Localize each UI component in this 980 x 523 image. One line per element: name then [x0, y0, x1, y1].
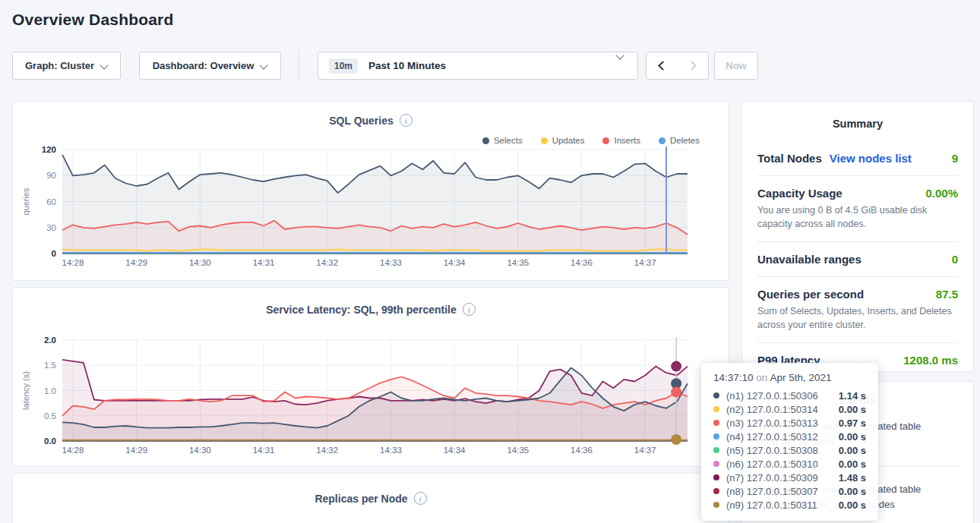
summary-value: 87.5	[936, 288, 958, 301]
node-address: (n7) 127.0.0.1:50309	[726, 472, 818, 484]
previous-range-button[interactable]	[646, 52, 678, 80]
chart-title: Replicas per Node	[315, 493, 407, 505]
info-icon[interactable]: i	[414, 492, 427, 505]
svg-text:14:34: 14:34	[444, 258, 466, 267]
tooltip-row: (n2) 127.0.0.1:503140.00 s	[713, 402, 866, 416]
svg-text:0.5: 0.5	[44, 411, 56, 421]
info-icon[interactable]: i	[463, 303, 476, 316]
legend-dot	[602, 137, 609, 144]
tooltip-row: (n3) 127.0.0.1:503130.97 s	[713, 416, 866, 430]
summary-panel: Summary Total Nodes View nodes list 9 Ca…	[741, 101, 974, 372]
sql-queries-chart[interactable]: 14:2814:2914:3014:3114:3214:3314:3414:35…	[14, 145, 729, 277]
service-latency-card: Service Latency: SQL, 99th percentile i …	[12, 287, 729, 467]
node-address: (n5) 127.0.0.1:50308	[726, 445, 818, 456]
node-latency: 0.00 s	[839, 404, 866, 415]
summary-value: 0.00%	[925, 187, 958, 200]
svg-text:14:33: 14:33	[380, 446, 402, 455]
svg-text:14:28: 14:28	[62, 258, 84, 267]
node-address: (n8) 127.0.0.1:50307	[726, 486, 818, 497]
svg-text:14:30: 14:30	[189, 446, 211, 455]
tooltip-row: (n7) 127.0.0.1:503091.48 s	[713, 471, 866, 484]
replicas-per-node-card: Replicas per Node i	[12, 473, 729, 523]
legend-label: Deletes	[670, 136, 700, 145]
series-dot	[713, 461, 719, 467]
summary-title: Summary	[742, 118, 973, 130]
legend-item-updates[interactable]: Updates	[541, 136, 585, 145]
tooltip-row: (n6) 127.0.0.1:503100.00 s	[713, 457, 866, 471]
svg-text:1.0: 1.0	[44, 386, 56, 395]
series-dot	[713, 406, 719, 412]
svg-text:30: 30	[46, 223, 56, 232]
node-address: (n9) 127.0.0.1:50311	[726, 499, 817, 511]
next-range-button[interactable]	[677, 52, 709, 80]
svg-text:60: 60	[46, 197, 56, 206]
chevron-left-icon	[658, 61, 668, 71]
svg-text:14:31: 14:31	[253, 258, 275, 267]
dashboard-dropdown[interactable]: Dashboard: Overview	[139, 52, 281, 80]
node-address: (n1) 127.0.0.1:50306	[726, 390, 818, 402]
svg-text:14:31: 14:31	[253, 446, 275, 455]
chart-title: SQL Queries	[329, 115, 394, 127]
page-title: Overview Dashboard	[12, 11, 174, 29]
summary-description: You are using 0 B of 4.5 GiB usable disk…	[757, 204, 958, 231]
graph-dropdown[interactable]: Graph: Cluster	[12, 52, 121, 80]
node-latency: 0.00 s	[839, 458, 866, 470]
dashboard-dropdown-label: Dashboard: Overview	[153, 60, 254, 71]
tooltip-row: (n9) 127.0.0.1:503110.00 s	[713, 498, 866, 512]
summary-value: 9	[952, 152, 958, 165]
tooltip-row: (n5) 127.0.0.1:503080.00 s	[713, 443, 866, 457]
node-latency: 0.97 s	[839, 417, 866, 429]
svg-text:14:28: 14:28	[62, 446, 84, 455]
summary-row-capacity: Capacity Usage 0.00%	[757, 187, 958, 200]
summary-row-total-nodes: Total Nodes View nodes list 9	[757, 152, 958, 165]
time-range-badge: 10m	[329, 58, 358, 74]
tooltip-time: 14:37:10	[713, 372, 754, 383]
legend-item-inserts[interactable]: Inserts	[602, 136, 640, 145]
node-address: (n6) 127.0.0.1:50310	[726, 458, 818, 470]
tooltip-on: on	[756, 372, 767, 383]
summary-label: Queries per second	[757, 288, 864, 301]
service-latency-chart[interactable]: 14:2814:2914:3014:3114:3214:3314:3414:35…	[14, 332, 729, 464]
series-dot	[713, 392, 719, 399]
legend-item-deletes[interactable]: Deletes	[659, 136, 700, 145]
svg-text:14:34: 14:34	[444, 446, 466, 455]
series-dot	[713, 474, 719, 480]
svg-text:0: 0	[52, 249, 56, 258]
sql-queries-title-row: SQL Queries i	[13, 114, 729, 127]
svg-text:latency (s): latency (s)	[21, 371, 30, 410]
legend-label: Selects	[494, 136, 523, 145]
divider	[757, 241, 958, 242]
svg-text:120: 120	[42, 145, 56, 154]
svg-text:14:30: 14:30	[189, 258, 211, 267]
info-icon[interactable]: i	[400, 114, 413, 127]
node-address: (n4) 127.0.0.1:50312	[726, 431, 818, 443]
time-range-dropdown[interactable]: 10m Past 10 Minutes	[318, 52, 638, 80]
replicas-title-row: Replicas per Node i	[13, 492, 729, 505]
node-address: (n2) 127.0.0.1:50314	[726, 404, 818, 415]
legend-label: Updates	[552, 136, 585, 145]
svg-text:14:36: 14:36	[571, 258, 593, 267]
summary-row-unavailable: Unavailable ranges 0	[757, 253, 958, 266]
chevron-down-icon	[101, 61, 108, 68]
svg-text:14:33: 14:33	[380, 258, 402, 267]
toolbar-divider	[299, 49, 299, 83]
tooltip-row: (n1) 127.0.0.1:503061.14 s	[713, 389, 866, 402]
svg-text:2.0: 2.0	[44, 336, 56, 345]
chart-legend: SelectsUpdatesInsertsDeletes	[482, 136, 700, 145]
node-latency: 0.00 s	[839, 445, 866, 456]
now-button-label: Now	[726, 60, 746, 71]
summary-label: Total Nodes	[757, 152, 822, 165]
summary-label: Capacity Usage	[757, 187, 842, 200]
tooltip-date: Apr 5th, 2021	[770, 372, 831, 383]
svg-text:14:29: 14:29	[125, 446, 147, 455]
now-button[interactable]: Now	[714, 52, 758, 80]
divider	[757, 342, 958, 343]
legend-label: Inserts	[614, 136, 640, 145]
divider	[757, 276, 958, 277]
summary-description: Sum of Selects, Updates, Inserts, and De…	[757, 305, 958, 332]
legend-dot	[541, 137, 548, 144]
chart-hover-tooltip: 14:37:10 on Apr 5th, 2021 (n1) 127.0.0.1…	[701, 363, 878, 521]
view-nodes-list-link[interactable]: View nodes list	[830, 152, 912, 165]
series-dot	[713, 420, 719, 426]
legend-item-selects[interactable]: Selects	[482, 136, 523, 145]
